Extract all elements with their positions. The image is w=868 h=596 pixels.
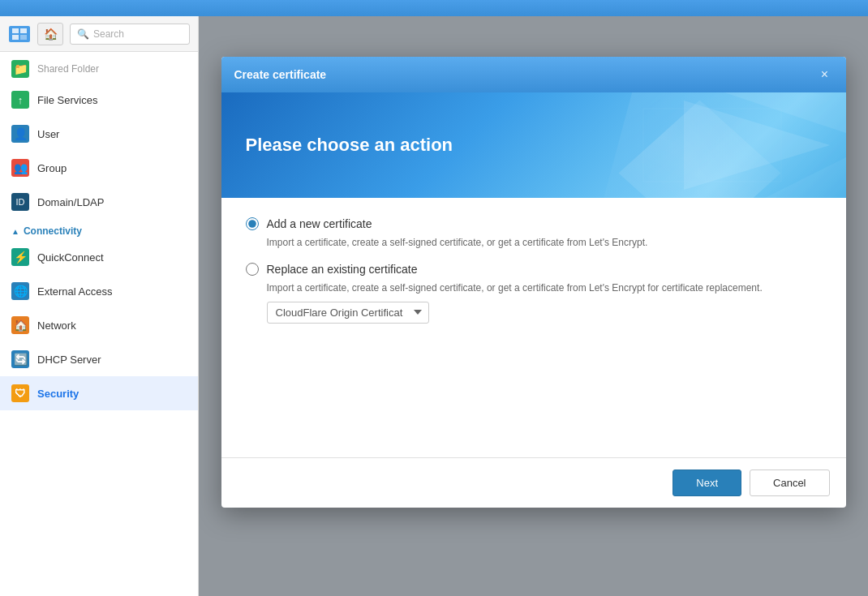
add-new-certificate-radio[interactable] (246, 217, 259, 230)
app-logo (8, 25, 31, 43)
sidebar-label-shared-folder: Shared Folder (37, 63, 99, 75)
connectivity-section: ▲ Connectivity (0, 219, 198, 240)
sidebar-item-external-access[interactable]: 🌐 External Access (0, 274, 198, 308)
certificate-dropdown[interactable]: CloudFlare Origin Certificat (267, 302, 429, 324)
shared-folder-icon: 📁 (11, 60, 29, 78)
svg-rect-0 (12, 28, 19, 33)
sidebar: 🏠 🔍 Search 📁 Shared Folder ↑ File Servic… (0, 16, 199, 596)
modal-overlay: Create certificate × Please choose an ac… (199, 16, 868, 596)
sidebar-label-user: User (37, 128, 59, 140)
search-icon: 🔍 (77, 28, 89, 40)
banner-decoration (522, 92, 846, 198)
sidebar-label-domain-ldap: Domain/LDAP (37, 196, 104, 208)
add-new-label-row: Add a new certificate (246, 217, 822, 230)
modal-body: Add a new certificate Import a certifica… (221, 198, 846, 457)
top-bar (0, 0, 868, 16)
add-new-certificate-desc: Import a certificate, create a self-sign… (267, 235, 822, 250)
home-button[interactable]: 🏠 (37, 23, 63, 45)
modal-banner: Please choose an action (221, 92, 846, 198)
sidebar-header: 🏠 🔍 Search (0, 16, 198, 52)
svg-rect-2 (12, 35, 19, 40)
add-new-certificate-label[interactable]: Add a new certificate (267, 217, 372, 230)
modal-title: Create certificate (234, 68, 327, 81)
add-new-certificate-option: Add a new certificate Import a certifica… (246, 217, 822, 250)
connectivity-arrow: ▲ (11, 227, 19, 236)
svg-marker-6 (765, 157, 846, 198)
replace-existing-certificate-radio[interactable] (246, 263, 259, 276)
certificate-dropdown-wrapper: CloudFlare Origin Certificat (267, 302, 822, 324)
sidebar-item-dhcp-server[interactable]: 🔄 DHCP Server (0, 342, 198, 376)
replace-existing-option: Replace an existing certificate Import a… (246, 263, 822, 324)
sidebar-label-security: Security (37, 388, 79, 400)
home-icon: 🏠 (44, 28, 58, 41)
replace-existing-label-row: Replace an existing certificate (246, 263, 822, 276)
svg-rect-3 (20, 35, 27, 40)
sidebar-item-group[interactable]: 👥 Group (0, 151, 198, 185)
sidebar-item-file-services[interactable]: ↑ File Services (0, 83, 198, 117)
main-content: Create certificate × Please choose an ac… (199, 16, 868, 596)
network-icon: 🏠 (11, 316, 29, 334)
sidebar-item-user[interactable]: 👤 User (0, 117, 198, 151)
search-container[interactable]: 🔍 Search (70, 24, 190, 45)
sidebar-label-external-access: External Access (37, 285, 113, 298)
sidebar-label-group: Group (37, 162, 67, 174)
sidebar-label-dhcp-server: DHCP Server (37, 354, 101, 366)
sidebar-label-network: Network (37, 319, 76, 332)
create-certificate-modal: Create certificate × Please choose an ac… (221, 57, 846, 508)
sidebar-label-quickconnect: QuickConnect (37, 251, 104, 264)
replace-existing-desc: Import a certificate, create a self-sign… (267, 281, 822, 295)
replace-existing-label[interactable]: Replace an existing certificate (267, 263, 418, 276)
modal-titlebar: Create certificate × (221, 57, 846, 92)
sidebar-item-shared-folder[interactable]: 📁 Shared Folder (0, 55, 198, 83)
svg-rect-1 (20, 28, 27, 33)
next-button[interactable]: Next (672, 470, 741, 496)
file-services-icon: ↑ (11, 91, 29, 109)
domain-icon: ID (11, 193, 29, 211)
modal-close-button[interactable]: × (817, 66, 833, 83)
dhcp-icon: 🔄 (11, 350, 29, 368)
connectivity-label: Connectivity (24, 225, 82, 237)
security-icon: 🛡 (11, 384, 29, 402)
modal-banner-title: Please choose an action (246, 135, 453, 156)
action-radio-group: Add a new certificate Import a certifica… (246, 217, 822, 324)
user-icon: 👤 (11, 125, 29, 143)
sidebar-item-quickconnect[interactable]: ⚡ QuickConnect (0, 240, 198, 274)
sidebar-item-domain-ldap[interactable]: ID Domain/LDAP (0, 185, 198, 219)
modal-footer: Next Cancel (221, 457, 846, 508)
sidebar-label-file-services: File Services (37, 94, 97, 106)
sidebar-nav: 📁 Shared Folder ↑ File Services 👤 User 👥… (0, 52, 198, 596)
search-placeholder: Search (93, 28, 124, 40)
app-window: 🏠 🔍 Search 📁 Shared Folder ↑ File Servic… (0, 16, 868, 596)
sidebar-item-network[interactable]: 🏠 Network (0, 308, 198, 342)
group-icon: 👥 (11, 159, 29, 177)
logo-icon (9, 26, 30, 42)
cancel-button[interactable]: Cancel (750, 470, 829, 496)
quickconnect-icon: ⚡ (11, 248, 29, 266)
external-access-icon: 🌐 (11, 282, 29, 300)
sidebar-item-security[interactable]: 🛡 Security (0, 376, 198, 410)
